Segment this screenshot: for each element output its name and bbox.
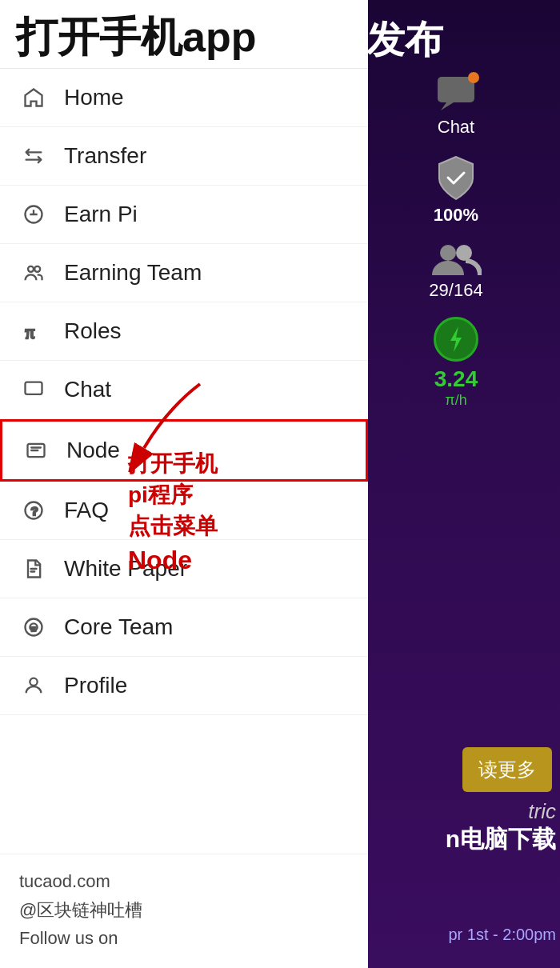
title-bar: 打开手机app (0, 0, 368, 69)
menu-label-white-paper: White Paper (64, 556, 187, 582)
home-icon (19, 83, 48, 112)
menu-label-transfer: Transfer (64, 143, 146, 169)
team-icon (430, 242, 482, 277)
mining-rate: 3.24 (434, 366, 478, 392)
core-team-icon: π (19, 613, 48, 642)
menu-label-faq: FAQ (64, 498, 109, 523)
footer-line-1: tucaod.com (19, 867, 349, 895)
white-paper-icon (19, 554, 48, 583)
svg-point-14 (440, 245, 456, 261)
faq-icon: ? (19, 496, 48, 525)
svg-rect-4 (26, 382, 42, 394)
menu-item-home[interactable]: Home (0, 69, 368, 127)
menu-label-earn-pi: Earn Pi (64, 202, 138, 227)
menu-label-chat: Chat (64, 377, 111, 402)
shield-icon (434, 154, 478, 202)
menu-item-earn-pi[interactable]: Earn Pi (0, 186, 368, 244)
team-widget: 29/164 (429, 242, 482, 301)
menu-footer: tucaod.com @区块链神吐槽 Follow us on (0, 854, 368, 968)
earning-team-icon (19, 258, 48, 287)
svg-point-11 (30, 678, 37, 686)
node-icon (22, 436, 50, 465)
page-title: 打开手机app (16, 14, 352, 60)
menu-item-transfer[interactable]: Transfer (0, 127, 368, 186)
menu-item-profile[interactable]: Profile (0, 657, 368, 715)
footer-line-2: @区块链神吐槽 (19, 896, 349, 924)
menu-item-white-paper[interactable]: White Paper (0, 540, 368, 598)
menu-label-home: Home (64, 85, 124, 110)
notification-dot (468, 72, 479, 83)
footer-line-3: Follow us on (19, 924, 349, 952)
profile-icon (19, 671, 48, 700)
roles-icon: π (19, 317, 48, 346)
svg-marker-16 (450, 326, 462, 352)
menu-item-node[interactable]: Node (0, 419, 368, 482)
mining-widget: 3.24 π/h (434, 317, 478, 409)
team-count: 29/164 (429, 280, 482, 301)
side-menu: 打开手机app Home Transfer Earn Pi (0, 0, 368, 968)
chat-icon (19, 375, 48, 404)
menu-item-roles[interactable]: π Roles (0, 302, 368, 361)
transfer-icon (19, 142, 48, 170)
svg-text:π: π (31, 624, 36, 633)
svg-point-2 (34, 266, 40, 272)
earn-pi-icon (19, 200, 48, 229)
menu-item-chat[interactable]: Chat (0, 361, 368, 419)
menu-label-core-team: Core Team (64, 614, 173, 640)
chat-widget[interactable]: Chat (434, 74, 478, 138)
menu-list: Home Transfer Earn Pi Earning Team (0, 69, 368, 854)
svg-point-15 (456, 245, 472, 261)
chat-widget-label: Chat (438, 117, 474, 138)
menu-label-profile: Profile (64, 673, 127, 698)
mining-unit: π/h (445, 392, 466, 409)
svg-text:π: π (26, 322, 35, 343)
menu-label-earning-team: Earning Team (64, 260, 202, 286)
menu-item-faq[interactable]: ? FAQ (0, 482, 368, 540)
lightning-circle (434, 317, 478, 362)
svg-point-1 (28, 266, 34, 272)
menu-item-core-team[interactable]: π Core Team (0, 598, 368, 657)
security-percent: 100% (434, 205, 478, 226)
right-panel: 发布 Chat 100% 29/164 (352, 0, 560, 968)
menu-item-earning-team[interactable]: Earning Team (0, 244, 368, 302)
menu-label-roles: Roles (64, 318, 122, 344)
svg-text:?: ? (31, 504, 38, 518)
svg-marker-13 (441, 102, 454, 110)
publish-text: 发布 (366, 18, 443, 61)
menu-label-node: Node (66, 438, 120, 463)
security-widget: 100% (434, 154, 478, 226)
